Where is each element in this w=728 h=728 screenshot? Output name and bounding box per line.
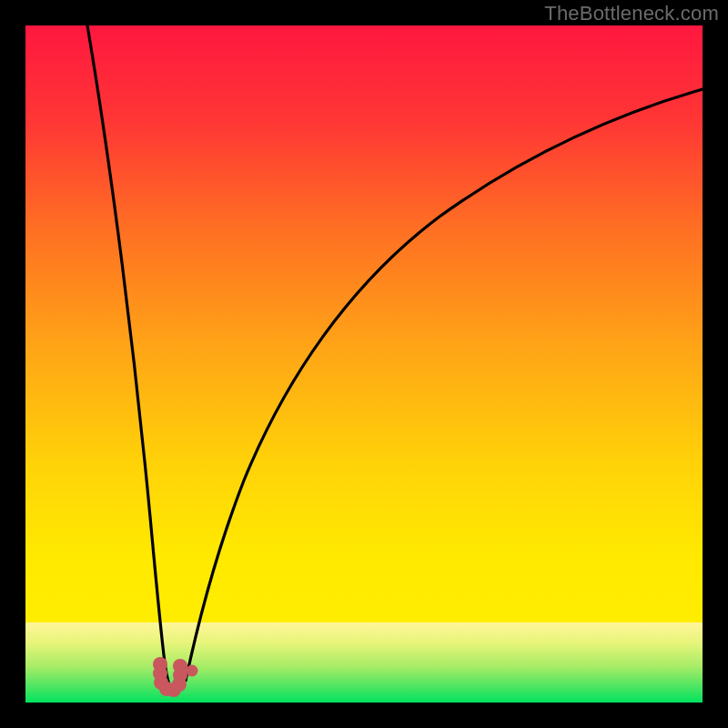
watermark-text: TheBottleneck.com	[544, 2, 719, 25]
chart-svg	[25, 25, 703, 703]
gradient-background	[25, 25, 703, 703]
svg-point-8	[187, 665, 198, 677]
outer-black-frame: TheBottleneck.com	[0, 0, 728, 728]
green-band	[25, 622, 703, 703]
plot-area	[25, 25, 703, 703]
svg-point-7	[173, 659, 187, 673]
